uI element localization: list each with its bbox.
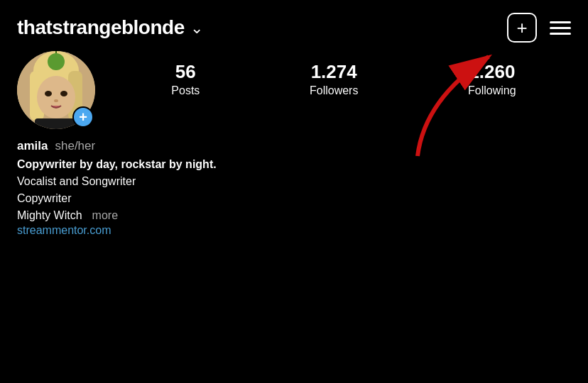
posts-label: Posts: [171, 84, 200, 97]
bio-more-button[interactable]: more: [92, 209, 118, 222]
avatar-container: +: [17, 51, 95, 129]
new-post-button[interactable]: +: [507, 13, 537, 43]
bio-name: amila: [17, 139, 48, 153]
followers-stat[interactable]: 1.274 Followers: [310, 61, 358, 97]
bio-pronoun: she/her: [55, 139, 95, 153]
followers-label: Followers: [310, 84, 358, 97]
svg-point-7: [54, 99, 58, 102]
header: thatstrangeblonde ⌄ +: [0, 0, 588, 51]
posts-count: 56: [175, 61, 196, 83]
svg-rect-10: [35, 118, 77, 129]
bio-line-copywriter: Copywriter: [17, 190, 571, 207]
menu-line-2: [550, 27, 571, 29]
following-count: 1.260: [469, 61, 515, 83]
bio-last-line: Mighty Witch more: [17, 207, 571, 224]
followers-count: 1.274: [311, 61, 357, 83]
header-right: +: [507, 13, 571, 43]
profile-section: + 56 Posts 1.274 Followers 1.260 Followi…: [0, 51, 588, 129]
add-to-story-button[interactable]: +: [72, 106, 94, 128]
bio-section: amila she/her Copywriter by day, rocksta…: [0, 129, 588, 237]
plus-square-icon: +: [516, 18, 527, 37]
menu-line-3: [550, 33, 571, 35]
bio-tagline: Copywriter by day, rockstar by night.: [17, 156, 571, 173]
svg-point-5: [45, 91, 52, 96]
menu-line-1: [550, 21, 571, 23]
bio-line-witch: Mighty Witch: [17, 207, 82, 224]
menu-button[interactable]: [550, 21, 571, 35]
plus-icon: +: [79, 110, 87, 124]
svg-point-6: [60, 91, 67, 96]
chevron-down-icon[interactable]: ⌄: [190, 19, 203, 38]
bio-link[interactable]: streammentor.com: [17, 224, 571, 237]
svg-point-8: [48, 53, 65, 70]
bio-name-line: amila she/her: [17, 139, 571, 153]
header-left: thatstrangeblonde ⌄: [17, 16, 203, 39]
following-label: Following: [468, 84, 516, 97]
posts-stat[interactable]: 56 Posts: [171, 61, 200, 97]
username: thatstrangeblonde: [17, 16, 185, 39]
svg-point-4: [37, 76, 75, 118]
bio-line-vocalist: Vocalist and Songwriter: [17, 173, 571, 190]
following-stat[interactable]: 1.260 Following: [468, 61, 516, 97]
stats-container: 56 Posts 1.274 Followers 1.260 Following: [109, 51, 571, 97]
